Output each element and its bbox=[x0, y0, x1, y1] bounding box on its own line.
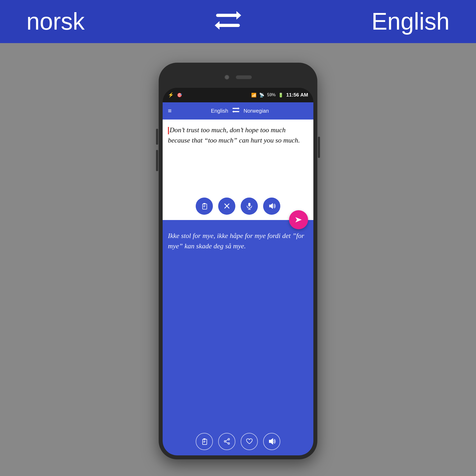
svg-marker-7 bbox=[232, 111, 234, 113]
earpiece-speaker bbox=[236, 75, 252, 79]
svg-line-27 bbox=[226, 442, 228, 443]
battery-level: 59% bbox=[267, 93, 276, 97]
clipboard-button[interactable] bbox=[196, 198, 213, 215]
svg-point-25 bbox=[224, 441, 226, 442]
svg-rect-2 bbox=[216, 24, 240, 27]
app-target-lang[interactable]: Norwegian bbox=[244, 108, 269, 114]
svg-marker-5 bbox=[238, 107, 240, 109]
usb-icon: ⚡ bbox=[168, 92, 174, 98]
phone-top-decorations bbox=[163, 67, 313, 88]
phone-body: ⚡ 🎯 📶 📡 59% 🔋 11:56 AM ≡ English bbox=[159, 63, 317, 459]
svg-marker-3 bbox=[215, 21, 219, 30]
top-banner: norsk English bbox=[0, 0, 476, 43]
input-area[interactable]: Don’t trust too much, don’t hope too muc… bbox=[163, 120, 313, 220]
menu-button[interactable]: ≡ bbox=[168, 107, 172, 115]
svg-point-23 bbox=[228, 438, 230, 440]
svg-line-26 bbox=[226, 440, 228, 441]
output-speaker-button[interactable] bbox=[263, 433, 280, 450]
target-language-label[interactable]: English bbox=[372, 8, 450, 35]
svg-rect-9 bbox=[203, 203, 205, 204]
status-right-info: 📶 📡 59% 🔋 11:56 AM bbox=[251, 92, 308, 98]
input-action-buttons bbox=[168, 195, 308, 216]
favorite-button[interactable] bbox=[241, 433, 258, 450]
wifi-icon: 📶 bbox=[251, 93, 257, 98]
status-left-icons: ⚡ 🎯 bbox=[168, 92, 182, 98]
app-header: ≡ English Norwegian bbox=[163, 102, 313, 120]
volume-up-button[interactable] bbox=[156, 129, 158, 145]
translate-button[interactable] bbox=[289, 210, 308, 229]
output-action-buttons bbox=[168, 430, 308, 451]
svg-rect-14 bbox=[248, 203, 250, 207]
svg-marker-17 bbox=[269, 203, 273, 209]
svg-marker-18 bbox=[295, 217, 302, 222]
svg-rect-0 bbox=[216, 14, 240, 17]
input-text[interactable]: Don’t trust too much, don’t hope too muc… bbox=[168, 125, 308, 195]
battery-icon: 🔋 bbox=[278, 93, 283, 98]
input-speaker-button[interactable] bbox=[263, 198, 280, 215]
output-text: Ikke stol for mye, ikke håpe for mye for… bbox=[168, 231, 308, 430]
text-cursor bbox=[168, 127, 169, 134]
swap-languages-icon[interactable] bbox=[215, 11, 241, 32]
status-bar: ⚡ 🎯 📶 📡 59% 🔋 11:56 AM bbox=[163, 88, 313, 102]
phone-mockup: ⚡ 🎯 📶 📡 59% 🔋 11:56 AM ≡ English bbox=[159, 43, 317, 476]
output-area: Ikke stol for mye, ikke håpe for mye for… bbox=[163, 220, 313, 455]
status-time: 11:56 AM bbox=[286, 92, 308, 98]
output-clipboard-button[interactable] bbox=[196, 433, 213, 450]
phone-screen: ⚡ 🎯 📶 📡 59% 🔋 11:56 AM ≡ English bbox=[163, 88, 313, 455]
power-button[interactable] bbox=[318, 137, 320, 158]
svg-marker-1 bbox=[236, 11, 241, 20]
svg-rect-6 bbox=[233, 111, 239, 112]
svg-marker-28 bbox=[269, 438, 273, 444]
volume-down-button[interactable] bbox=[156, 150, 158, 171]
app-swap-icon[interactable] bbox=[232, 107, 240, 115]
signal-icon: 📡 bbox=[259, 93, 264, 98]
source-language-label[interactable]: norsk bbox=[26, 8, 85, 35]
clear-button[interactable] bbox=[218, 198, 235, 215]
svg-rect-20 bbox=[203, 438, 205, 440]
gps-icon: 🎯 bbox=[177, 93, 182, 98]
front-camera bbox=[225, 75, 229, 80]
language-selector: English Norwegian bbox=[172, 107, 308, 115]
share-button[interactable] bbox=[218, 433, 235, 450]
app-source-lang[interactable]: English bbox=[211, 108, 228, 114]
svg-point-24 bbox=[228, 443, 230, 444]
microphone-button[interactable] bbox=[241, 198, 258, 215]
svg-rect-4 bbox=[232, 108, 239, 109]
